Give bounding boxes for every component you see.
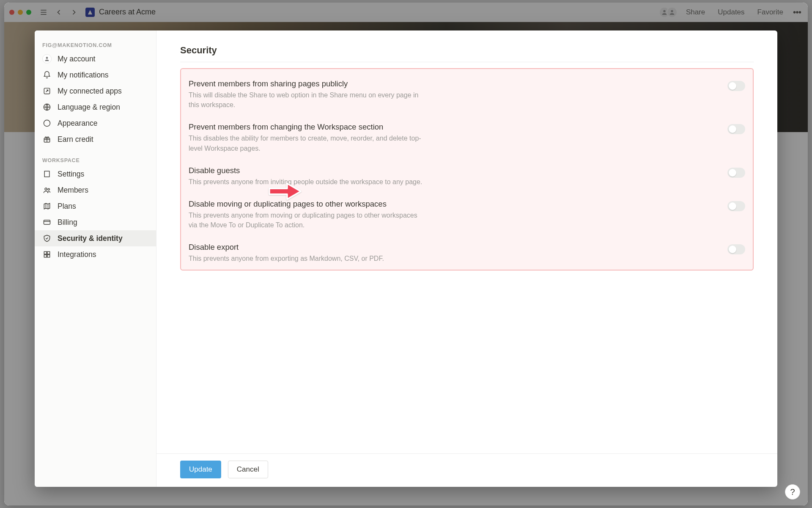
shield-check-icon: [42, 234, 52, 243]
sidebar-item-security-identity[interactable]: Security & identity: [35, 230, 156, 246]
globe-icon: [42, 102, 52, 112]
settings-modal: FIG@MAKENOTION.COM My account My notific…: [35, 30, 777, 487]
sidebar-item-label: Appearance: [58, 119, 97, 128]
sidebar-item-label: Members: [58, 186, 88, 195]
account-section-label: FIG@MAKENOTION.COM: [35, 38, 156, 51]
sidebar-item-label: My account: [58, 55, 95, 64]
svg-rect-27: [47, 251, 50, 254]
sidebar-item-label: Settings: [58, 170, 84, 179]
svg-rect-29: [47, 255, 50, 257]
setting-title: Disable export: [189, 243, 715, 252]
moon-icon: [42, 119, 52, 128]
panel-title: Security: [180, 45, 754, 62]
credit-card-icon: [42, 218, 52, 227]
setting-disable-move-duplicate: Disable moving or duplicating pages to o…: [189, 195, 745, 238]
sidebar-item-appearance[interactable]: Appearance: [35, 115, 156, 131]
help-icon: ?: [790, 487, 795, 497]
sidebar-item-billing[interactable]: Billing: [35, 214, 156, 230]
setting-title: Disable guests: [189, 166, 715, 175]
workspace-section-label: WORKSPACE: [35, 153, 156, 166]
svg-rect-26: [44, 251, 47, 254]
svg-rect-13: [44, 171, 49, 177]
settings-sidebar: FIG@MAKENOTION.COM My account My notific…: [35, 30, 156, 487]
sidebar-item-label: My notifications: [58, 71, 109, 80]
setting-desc: This prevents anyone from exporting as M…: [189, 254, 425, 263]
settings-panel: Security Prevent members from sharing pa…: [156, 30, 777, 487]
sidebar-item-label: Security & identity: [58, 234, 123, 243]
security-settings-highlight: Prevent members from sharing pages publi…: [180, 68, 754, 271]
svg-point-11: [44, 120, 50, 127]
setting-disable-guests: Disable guests This prevents anyone from…: [189, 162, 745, 195]
sidebar-item-integrations[interactable]: Integrations: [35, 246, 156, 262]
sidebar-item-label: Language & region: [58, 103, 120, 112]
toggle-prevent-public-share[interactable]: [727, 81, 745, 91]
update-button[interactable]: Update: [180, 461, 221, 478]
toggle-disable-export[interactable]: [727, 244, 745, 254]
svg-rect-28: [44, 255, 47, 257]
grid-icon: [42, 250, 52, 259]
setting-disable-export: Disable export This prevents anyone from…: [189, 238, 745, 266]
svg-point-8: [46, 57, 48, 59]
svg-point-21: [48, 188, 49, 190]
sidebar-item-label: Integrations: [58, 250, 96, 259]
sidebar-item-label: Earn credit: [58, 135, 93, 144]
settings-scroll: Security Prevent members from sharing pa…: [156, 30, 777, 453]
sidebar-item-my-connected-apps[interactable]: My connected apps: [35, 83, 156, 99]
sidebar-item-my-notifications[interactable]: My notifications: [35, 67, 156, 83]
external-link-icon: [42, 86, 52, 96]
setting-desc: This prevents anyone from moving or dupl…: [189, 210, 425, 230]
toggle-disable-guests[interactable]: [727, 168, 745, 178]
svg-point-20: [45, 188, 47, 190]
toggle-prevent-workspace-change[interactable]: [727, 124, 745, 134]
setting-title: Prevent members from changing the Worksp…: [189, 122, 715, 132]
setting-desc: This disables the ability for members to…: [189, 133, 425, 153]
setting-title: Disable moving or duplicating pages to o…: [189, 199, 715, 209]
sidebar-item-members[interactable]: Members: [35, 182, 156, 198]
sidebar-item-label: My connected apps: [58, 87, 122, 96]
setting-desc: This prevents anyone from inviting peopl…: [189, 177, 425, 187]
people-icon: [42, 185, 52, 195]
sidebar-item-my-account[interactable]: My account: [35, 51, 156, 67]
map-icon: [42, 202, 52, 211]
toggle-disable-move-duplicate[interactable]: [727, 201, 745, 211]
sidebar-item-label: Plans: [58, 202, 76, 211]
user-avatar-icon: [42, 54, 52, 64]
help-button[interactable]: ?: [785, 484, 800, 500]
setting-title: Prevent members from sharing pages publi…: [189, 79, 715, 88]
sidebar-item-label: Billing: [58, 218, 77, 227]
sidebar-item-settings[interactable]: Settings: [35, 166, 156, 182]
svg-rect-24: [44, 220, 50, 224]
bell-icon: [42, 70, 52, 80]
setting-prevent-public-share: Prevent members from sharing pages publi…: [189, 75, 745, 118]
panel-footer: Update Cancel: [156, 453, 777, 487]
setting-prevent-workspace-change: Prevent members from changing the Worksp…: [189, 118, 745, 161]
building-icon: [42, 169, 52, 179]
gift-icon: [42, 135, 52, 144]
sidebar-item-earn-credit[interactable]: Earn credit: [35, 131, 156, 147]
cancel-button[interactable]: Cancel: [228, 461, 268, 478]
app-window: Careers at Acme Share Updates Favorite F…: [4, 3, 808, 505]
sidebar-item-plans[interactable]: Plans: [35, 198, 156, 214]
setting-desc: This will disable the Share to web optio…: [189, 90, 425, 110]
sidebar-item-language-region[interactable]: Language & region: [35, 99, 156, 115]
